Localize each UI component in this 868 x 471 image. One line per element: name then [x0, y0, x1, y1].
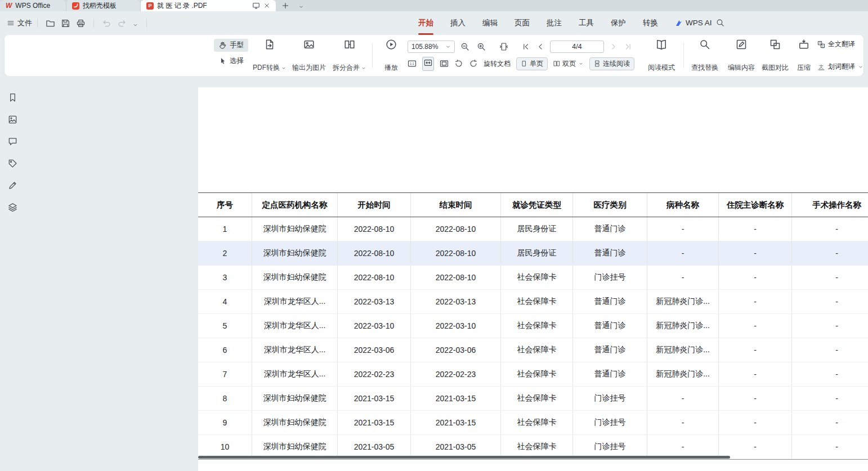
rotate-right-button[interactable] — [469, 59, 478, 68]
export-image-button[interactable]: 输出为图片 — [290, 39, 328, 73]
split-merge-button[interactable]: 拆分合并 — [330, 39, 369, 73]
ribbon-tab-7[interactable]: 转换 — [634, 11, 666, 35]
undo-button[interactable] — [102, 19, 111, 28]
table-cell: 新冠肺炎门诊... — [647, 290, 719, 313]
fit-page-button[interactable] — [440, 59, 449, 68]
compress-button[interactable]: 压缩 — [793, 39, 815, 73]
zoom-select[interactable]: 105.88% — [408, 41, 455, 53]
read-mode-button[interactable]: 阅读模式 — [643, 39, 679, 73]
ribbon-tab-3[interactable]: 页面 — [506, 11, 538, 35]
table-cell: - — [719, 290, 792, 313]
screenshot-compare-button[interactable]: 截图对比 — [759, 39, 791, 73]
full-translate-button[interactable]: A文 全文翻译 — [817, 39, 863, 49]
ribbon-tab-0[interactable]: 开始 — [410, 11, 442, 35]
table-row: 6深圳市龙华区人...2022-03-062022-03-06社会保障卡普通门诊… — [198, 338, 868, 362]
tab-bar: W WPS Office 找稻壳模板 P 就 医 记 录 .PDF — [0, 0, 868, 11]
thumbnail-icon[interactable] — [8, 115, 17, 124]
file-menu-button[interactable]: 文件 — [7, 18, 32, 28]
table-cell: - — [792, 266, 868, 289]
horizontal-scrollbar[interactable] — [198, 456, 730, 459]
single-page-icon — [521, 60, 527, 67]
annotate-icon[interactable] — [8, 181, 17, 190]
save-button[interactable] — [61, 19, 70, 28]
next-page-button[interactable] — [610, 43, 618, 51]
page-indicator-input[interactable]: 4/4 — [550, 41, 604, 53]
table-header-cell: 就诊凭证类型 — [501, 193, 573, 217]
select-tool-button[interactable]: 选择 — [214, 55, 248, 68]
table-cell: - — [719, 411, 792, 434]
continuous-read-icon — [594, 60, 601, 67]
actual-size-button[interactable]: 1:1 — [408, 59, 417, 68]
table-cell: 深圳市龙华区人... — [252, 290, 338, 313]
close-tab-icon[interactable] — [263, 2, 270, 9]
table-cell: 2022-08-10 — [338, 266, 411, 289]
zoom-out-button[interactable] — [460, 42, 469, 51]
table-cell: 普通门诊 — [573, 314, 647, 338]
rotate-doc-label: 旋转文档 — [484, 59, 511, 69]
docer-curve-icon — [73, 2, 79, 9]
last-page-button[interactable] — [624, 43, 632, 51]
table-cell: - — [792, 362, 868, 386]
table-cell: 2022-02-23 — [411, 362, 501, 386]
hand-tool-button[interactable]: 手型 — [214, 39, 248, 52]
first-page-button[interactable] — [522, 43, 530, 51]
tab-wps-office[interactable]: W WPS Office — [0, 0, 66, 11]
rotate-left-button[interactable] — [454, 59, 463, 68]
find-replace-button[interactable]: 查找替换 — [687, 39, 723, 73]
table-cell: 普通门诊 — [573, 217, 647, 241]
table-cell: 门诊挂号 — [573, 435, 647, 459]
pdf-convert-button[interactable]: PDF转换 — [250, 39, 289, 73]
table-cell: 2022-02-23 — [338, 362, 411, 386]
pdf-convert-label: PDF转换 — [253, 63, 280, 73]
continuous-read-button[interactable]: 连续阅读 — [589, 57, 634, 70]
share-to-device-icon[interactable] — [252, 2, 260, 10]
workspace: 序号定点医药机构名称开始时间结束时间就诊凭证类型医疗类别病种名称住院主诊断名称手… — [0, 76, 868, 471]
table-cell: 普通门诊 — [573, 241, 647, 265]
table-cell: - — [647, 387, 719, 410]
ribbon-tab-4[interactable]: 批注 — [538, 11, 570, 35]
double-page-button[interactable]: 双页 — [553, 59, 584, 69]
new-tab-button[interactable] — [281, 2, 289, 10]
ribbon-tab-1[interactable]: 插入 — [442, 11, 474, 35]
divider — [93, 19, 94, 28]
table-cell: 新冠肺炎门诊... — [647, 362, 719, 386]
table-cell: 2021-03-15 — [411, 387, 501, 410]
ribbon-tab-6[interactable]: 保护 — [602, 11, 634, 35]
export-image-icon — [303, 39, 315, 50]
zoom-in-button[interactable] — [477, 42, 486, 51]
table-cell: 2022-03-10 — [338, 314, 411, 338]
page-jump-icon[interactable] — [499, 42, 508, 51]
play-button[interactable]: 播放 — [376, 39, 406, 73]
table-cell: 深圳市妇幼保健院 — [252, 241, 338, 265]
ribbon-tab-5[interactable]: 工具 — [570, 11, 602, 35]
table-cell: 门诊挂号 — [573, 387, 647, 410]
single-page-button[interactable]: 单页 — [516, 57, 548, 70]
ribbon-tab-label: 工具 — [579, 11, 594, 35]
tab-docer-templates[interactable]: 找稻壳模板 — [66, 0, 141, 11]
comment-icon[interactable] — [8, 137, 17, 146]
word-translate-button[interactable]: 文 划词翻译 — [817, 62, 863, 71]
previous-page-button[interactable] — [536, 43, 544, 51]
redo-button[interactable] — [117, 19, 127, 28]
edit-content-button[interactable]: 编辑内容 — [725, 39, 758, 73]
table-header-cell: 医疗类别 — [573, 193, 647, 217]
ribbon-tab-2[interactable]: 编辑 — [474, 11, 506, 35]
bookmark-icon[interactable] — [8, 93, 17, 102]
table-cell: 深圳市妇幼保健院 — [252, 387, 338, 410]
tag-icon[interactable] — [8, 159, 17, 168]
open-file-button[interactable] — [46, 19, 55, 28]
ribbon-search-icon[interactable] — [716, 19, 724, 27]
undo-history-dropdown[interactable] — [132, 20, 138, 26]
tab-document-pdf[interactable]: P 就 医 记 录 .PDF — [141, 0, 276, 11]
tab-list-dropdown[interactable] — [298, 4, 304, 10]
ribbon-tab-8[interactable]: WPS AI — [666, 11, 721, 35]
fit-width-button[interactable] — [422, 57, 434, 71]
menu-icon — [7, 19, 15, 27]
play-icon — [386, 39, 397, 50]
rotate-doc-button[interactable]: 旋转文档 — [484, 59, 511, 69]
print-button[interactable] — [76, 19, 86, 28]
table-cell: - — [719, 241, 792, 265]
table-cell: 普通门诊 — [573, 362, 647, 386]
layers-icon[interactable] — [8, 203, 17, 212]
table-cell: 2022-03-06 — [338, 338, 411, 362]
